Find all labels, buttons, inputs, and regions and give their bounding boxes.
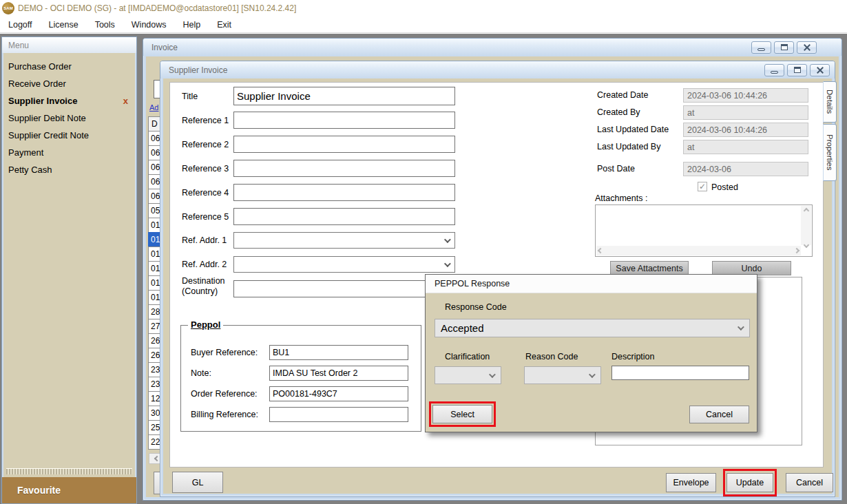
sidebar-item-label: Supplier Invoice [8,96,77,106]
destination-input[interactable] [233,280,455,297]
attachments-list[interactable] [595,204,813,257]
close-icon [803,43,811,52]
created-by-value: at [683,105,808,120]
last-updated-date-label: Last Updated Date [597,125,669,134]
horizontal-scrollbar[interactable] [596,246,801,255]
posted-checkbox[interactable]: ✓ [698,182,707,191]
envelope-button[interactable]: Envelope [666,473,716,492]
dialog-titlebar[interactable]: PEPPOL Response [426,275,757,293]
update-annotation-box [723,469,777,496]
undo-button[interactable]: Undo [712,261,791,275]
last-updated-by-value: at [683,140,808,154]
response-code-label: Response Code [445,302,507,312]
sidebar-item[interactable]: Receive Order [2,75,136,92]
order-reference-input[interactable] [269,386,408,401]
note-label: Note: [191,368,211,378]
sidebar-item-label: Payment [8,147,43,158]
reference2-label: Reference 2 [182,140,229,149]
vertical-scrollbar[interactable] [801,206,811,245]
menubar-item[interactable]: License [41,18,87,32]
cancel-button[interactable]: Cancel [786,473,833,492]
destination-label: Destination (Country) [182,276,225,297]
close-icon [816,66,824,74]
sidebar-item-label: Petty Cash [8,165,52,175]
minimize-icon [757,48,765,51]
order-reference-label: Order Reference: [191,389,258,399]
billing-reference-input[interactable] [269,407,408,422]
sidebar-item[interactable]: Supplier Invoice x [2,92,136,109]
app-titlebar: SAM DEMO - OCI DEMO (SG) - at [IMDADEMO@… [0,0,847,17]
reference3-input[interactable] [233,160,455,177]
reference2-input[interactable] [233,136,455,153]
note-input[interactable] [269,366,408,381]
restore-button[interactable] [774,41,794,54]
restore-icon [781,44,788,50]
app-logo-icon: SAM [2,2,14,14]
menubar-item[interactable]: Exit [209,18,240,32]
chevron-left-icon [154,456,160,461]
sidebar-menu-list: Purchase Order Receive Order Supplier In… [2,53,136,178]
created-by-label: Created By [597,107,640,117]
restore-button[interactable] [787,64,807,76]
sidebar-item-label: Supplier Debit Note [8,113,86,123]
reference4-input[interactable] [233,184,455,201]
chevron-down-icon [444,260,451,267]
reference5-input[interactable] [233,208,455,225]
supplier-window-titlebar[interactable]: Supplier Invoice [160,61,835,78]
buyer-reference-input[interactable] [269,345,408,360]
invoice-window-title: Invoice [143,43,178,52]
menubar-item[interactable]: Logoff [0,18,41,32]
reference5-label: Reference 5 [182,212,229,222]
menubar-item[interactable]: Tools [87,18,123,32]
menubar-item[interactable]: Help [175,18,209,32]
created-date-value: 2024-03-06 10:44:26 [683,88,808,103]
minimize-icon [771,71,778,74]
sidebar-item[interactable]: Petty Cash [2,161,136,178]
created-date-label: Created Date [597,90,648,100]
reference3-label: Reference 3 [182,164,229,174]
close-button[interactable] [810,64,830,76]
splitter-grip[interactable] [6,468,132,474]
ref-addr2-label: Ref. Addr. 2 [182,260,227,269]
menubar: LogoffLicenseToolsWindowsHelpExit [0,17,847,33]
peppol-group-heading: Peppol [188,319,223,330]
save-attachments-button[interactable]: Save Attactments [610,261,689,275]
chevron-left-icon [598,248,603,253]
favourite-section[interactable]: Favourite [2,477,136,503]
close-button[interactable] [797,41,817,54]
sidebar-item[interactable]: Supplier Debit Note [2,109,136,127]
sidebar-item[interactable]: Payment [2,144,136,161]
supplier-window-title: Supplier Invoice [160,65,227,75]
gl-button[interactable]: GL [172,472,223,493]
last-updated-date-value: 2024-03-06 10:44:26 [683,123,808,137]
tab-properties[interactable]: Properties [823,124,837,181]
post-date-label: Post Date [597,164,635,174]
reason-code-combobox[interactable] [524,366,601,384]
response-code-value: Accepted [441,322,484,334]
add-link[interactable]: Ad [149,103,158,112]
reference1-input[interactable] [233,112,455,129]
close-x-icon[interactable]: x [123,96,128,106]
app-title: DEMO - OCI DEMO (SG) - at [IMDADEMO@ocda… [18,3,296,13]
sidebar-item-label: Purchase Order [8,61,72,72]
minimize-button[interactable] [764,64,784,76]
ref-addr1-combobox[interactable] [233,232,455,249]
sidebar-item[interactable]: Purchase Order [2,58,136,75]
billing-reference-label: Billing Reference: [191,410,258,419]
dialog-cancel-button[interactable]: Cancel [689,406,749,423]
description-label: Description [611,352,655,361]
sidebar-header: Menu [2,37,136,53]
invoice-window-titlebar[interactable]: Invoice [143,39,841,56]
description-input[interactable] [611,366,749,380]
clarification-combobox[interactable] [435,366,501,384]
response-code-combobox[interactable]: Accepted [435,319,750,337]
sidebar-item[interactable]: Supplier Credit Note [2,127,136,144]
menubar-item[interactable]: Windows [123,18,175,32]
clarification-label: Clarification [445,352,490,361]
chevron-down-icon [489,371,496,378]
ref-addr2-combobox[interactable] [233,256,455,273]
tab-details[interactable]: Details [823,81,837,123]
buyer-reference-label: Buyer Reference: [191,348,258,357]
title-input[interactable] [233,87,455,105]
minimize-button[interactable] [751,41,771,54]
